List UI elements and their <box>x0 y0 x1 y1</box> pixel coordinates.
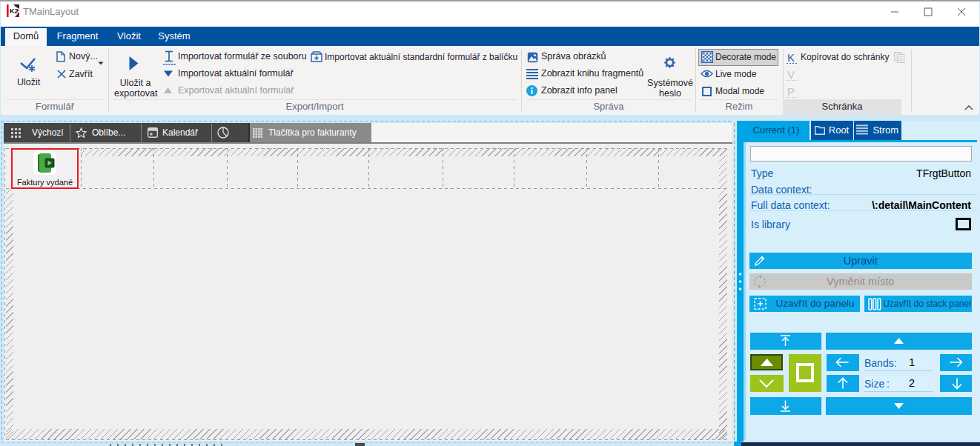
svg-text:K2: K2 <box>10 7 19 15</box>
